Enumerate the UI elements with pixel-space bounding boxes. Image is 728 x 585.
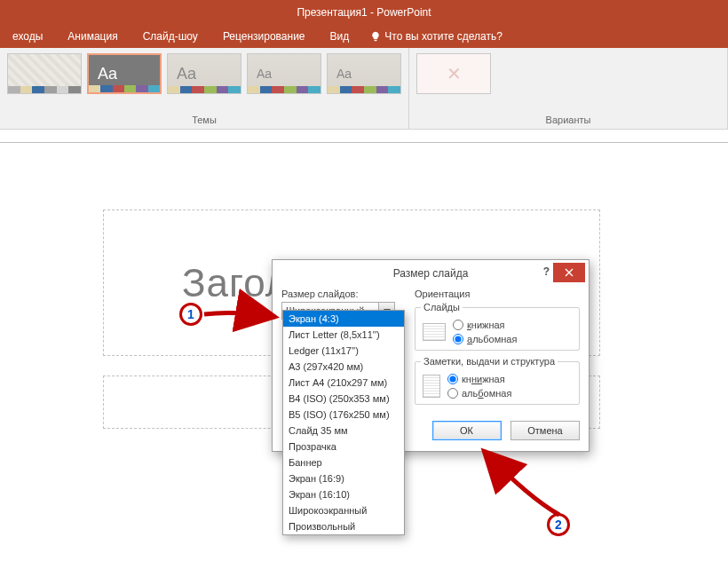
- tab-transitions[interactable]: еходы: [0, 27, 55, 48]
- tab-review[interactable]: Рецензирование: [210, 27, 318, 48]
- group-variants: ✕ Варианты: [409, 48, 728, 129]
- dropdown-option[interactable]: Ledger (11x17''): [283, 343, 404, 359]
- orientation-label: Ориентация: [415, 289, 580, 299]
- orientation-thumb-icon: [423, 375, 440, 398]
- tab-animation[interactable]: Анимация: [55, 27, 130, 48]
- dropdown-option[interactable]: Лист A4 (210x297 мм): [283, 375, 404, 391]
- group-label-themes: Темы: [7, 113, 401, 129]
- lightbulb-icon: [370, 31, 381, 42]
- radio-notes-portrait[interactable]: кннижная: [447, 374, 511, 384]
- dropdown-option[interactable]: Произвольный: [283, 518, 404, 534]
- theme-thumbnail[interactable]: Aa: [247, 53, 321, 94]
- theme-thumbnail[interactable]: Aa: [327, 53, 401, 94]
- size-dropdown-list[interactable]: Экран (4:3) Лист Letter (8,5x11'') Ledge…: [282, 310, 405, 535]
- dropdown-option[interactable]: A3 (297x420 мм): [283, 359, 404, 375]
- radio-slides-portrait[interactable]: книжная: [453, 320, 517, 330]
- dialog-titlebar[interactable]: Размер слайда ?: [273, 260, 589, 287]
- window-title: Презентация1 - PowerPoint: [297, 6, 431, 19]
- slide-size-dialog: Размер слайда ? Размер слайдов: Широкоэк…: [272, 259, 590, 452]
- annotation-badge-1: 1: [179, 303, 202, 326]
- ok-button[interactable]: ОК: [432, 421, 502, 440]
- cancel-button[interactable]: Отмена: [510, 421, 580, 440]
- dropdown-option[interactable]: Слайд 35 мм: [283, 423, 404, 439]
- dropdown-option[interactable]: Прозрачка: [283, 439, 404, 455]
- orientation-slides-group: Слайды книжная альбомная: [415, 302, 580, 351]
- dropdown-option[interactable]: Экран (16:10): [283, 486, 404, 502]
- dropdown-option[interactable]: B4 (ISO) (250x353 мм): [283, 391, 404, 407]
- help-button[interactable]: ?: [543, 265, 550, 278]
- tab-view[interactable]: Вид: [318, 27, 362, 48]
- radio-notes-landscape[interactable]: альбомная: [447, 388, 511, 399]
- annotation-badge-2: 2: [547, 513, 570, 536]
- dialog-right-column: Ориентация Слайды книжная альбомная Заме…: [415, 289, 580, 410]
- close-button[interactable]: [553, 263, 585, 282]
- variant-thumbnail[interactable]: ✕: [416, 53, 491, 94]
- orientation-thumb-icon: [423, 323, 446, 341]
- group-label-variants: Варианты: [416, 113, 720, 129]
- group-themes: Aa Aa Aa Aa Темы: [0, 48, 409, 129]
- dropdown-option[interactable]: Баннер: [283, 455, 404, 470]
- dropdown-option[interactable]: Экран (16:9): [283, 470, 404, 486]
- radio-slides-landscape[interactable]: альбомная: [453, 334, 517, 344]
- tell-me[interactable]: Что вы хотите сделать?: [361, 27, 515, 48]
- size-label: Размер слайдов:: [281, 289, 406, 299]
- dropdown-option[interactable]: Экран (4:3): [283, 311, 404, 327]
- titlebar: Презентация1 - PowerPoint: [0, 0, 728, 25]
- theme-thumbnail-selected[interactable]: Aa: [87, 53, 162, 94]
- dropdown-option[interactable]: B5 (ISO) (176x250 мм): [283, 407, 404, 423]
- dialog-title: Размер слайда: [393, 267, 469, 280]
- theme-thumbnail[interactable]: [7, 53, 82, 94]
- dropdown-option[interactable]: Широкоэкранный: [283, 502, 404, 518]
- orientation-notes-group: Заметки, выдачи и структура кннижная аль…: [415, 356, 580, 405]
- close-icon: [565, 268, 574, 277]
- theme-thumbnail[interactable]: Aa: [167, 53, 241, 94]
- tab-slideshow[interactable]: Слайд-шоу: [131, 27, 210, 48]
- ribbon-tabs: еходы Анимация Слайд-шоу Рецензирование …: [0, 25, 728, 48]
- dropdown-option[interactable]: Лист Letter (8,5x11''): [283, 327, 404, 343]
- x-icon: ✕: [447, 63, 462, 84]
- ribbon: Aa Aa Aa Aa Темы ✕ Варианты: [0, 48, 728, 130]
